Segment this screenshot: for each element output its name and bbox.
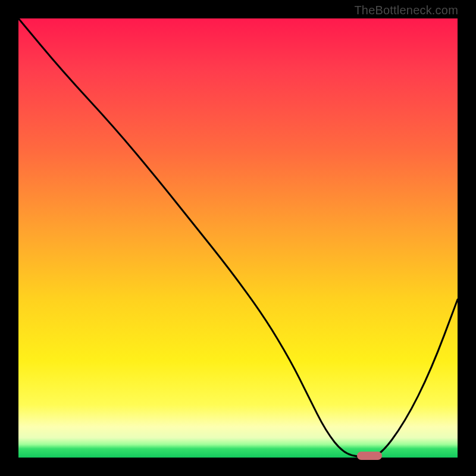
chart-frame: TheBottleneck.com (0, 0, 476, 476)
bottleneck-curve (18, 18, 458, 458)
watermark-text: TheBottleneck.com (354, 4, 458, 17)
optimal-marker (357, 452, 382, 460)
